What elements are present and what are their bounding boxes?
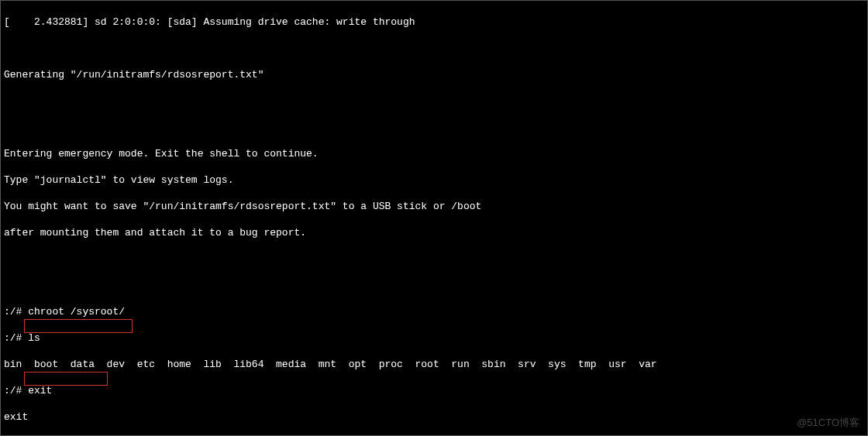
chroot-command-line: :/# chroot /sysroot/	[4, 305, 864, 318]
blank-line	[4, 121, 864, 134]
terminal-output[interactable]: [ 2.432881] sd 2:0:0:0: [sda] Assuming d…	[1, 1, 867, 436]
generating-report-line: Generating "/run/initramfs/rdsosreport.t…	[4, 68, 864, 81]
save-report-hint-line: You might want to save "/run/initramfs/r…	[4, 200, 864, 213]
blank-line	[4, 42, 864, 55]
blank-line	[4, 252, 864, 266]
exit-command-line: :/# exit	[4, 384, 864, 397]
journalctl-hint-line: Type "journalctl" to view system logs.	[4, 173, 864, 187]
ls-command-line: :/# ls	[4, 331, 864, 345]
bug-report-hint-line: after mounting them and attach it to a b…	[4, 226, 864, 239]
emergency-mode-line: Entering emergency mode. Exit the shell …	[4, 147, 864, 160]
blank-line	[4, 279, 864, 292]
kernel-log-line: [ 2.432881] sd 2:0:0:0: [sda] Assuming d…	[4, 15, 864, 29]
blank-line	[4, 94, 864, 108]
exit-output-line: exit	[4, 410, 864, 424]
ls-output-line: bin boot data dev etc home lib lib64 med…	[4, 358, 864, 371]
watermark-text: @51CTO博客	[797, 416, 859, 429]
